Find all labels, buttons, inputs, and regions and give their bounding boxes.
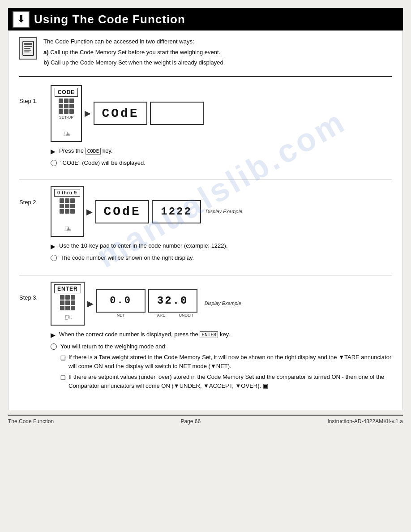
step-3-display-left-wrap: 0.0 NET xyxy=(96,289,146,318)
key-dot xyxy=(65,204,69,208)
step-3-sublabels-left: NET xyxy=(96,313,146,318)
download-icon: ⬇ xyxy=(17,13,25,25)
step-3-instr-2: You will return to the weighing mode and… xyxy=(51,342,392,351)
svg-rect-4 xyxy=(24,50,31,51)
key-dot xyxy=(65,306,70,310)
key-dot xyxy=(70,198,75,203)
key-dot xyxy=(60,306,64,310)
key-dot xyxy=(69,109,74,114)
step-3-content: ENTER ☞ ▶ xyxy=(51,282,392,397)
step-2-key-label: 0 thru 9 xyxy=(54,189,80,197)
key-dot xyxy=(60,198,64,203)
filled-square-icon: ▶ xyxy=(51,330,56,340)
step-3-label: Step 3. xyxy=(19,282,51,301)
key-dot xyxy=(60,209,64,214)
hand-cursor-icon: ☞ xyxy=(64,223,72,234)
arrow-icon: ▶ xyxy=(85,108,91,118)
step-3-instr-1: ▶ When the correct code number is displa… xyxy=(51,330,392,340)
step-1-key-sublabel: SET-UP xyxy=(59,115,74,120)
key-dot xyxy=(69,104,74,108)
net-label: NET xyxy=(117,313,125,317)
step-3-sublabels-right: TARE UNDER xyxy=(148,313,200,318)
step-2-key-grid xyxy=(60,198,75,214)
circle-icon xyxy=(51,343,57,350)
step-divider-1 xyxy=(19,180,392,180)
step-2-diagram: 0 thru 9 ☞ ▶ xyxy=(51,186,392,237)
key-dot xyxy=(59,104,63,108)
section-divider xyxy=(19,76,392,77)
step-1-content: CODE SET-UP ☞ ▶ xyxy=(51,85,392,174)
step-3-key-label: ENTER xyxy=(54,284,81,293)
step-3-sub-1: ❑ If there is a Tare weight stored in th… xyxy=(60,353,392,370)
intro-icon xyxy=(19,37,37,60)
key-dot xyxy=(65,300,70,305)
key-dot xyxy=(64,109,68,114)
key-dot xyxy=(64,99,68,103)
key-dot xyxy=(60,295,64,300)
step-1-label: Step 1. xyxy=(19,85,51,104)
header-icon-box: ⬇ xyxy=(13,11,30,28)
step-3: Step 3. ENTER xyxy=(19,282,392,397)
svg-rect-5 xyxy=(24,51,30,52)
key-dot xyxy=(65,209,69,214)
key-dot xyxy=(69,99,74,103)
step-1-key-label: CODE xyxy=(55,88,78,97)
step-3-sub-2: ❑ If there are setpoint values (under, o… xyxy=(60,373,392,390)
step-1-diagram: CODE SET-UP ☞ ▶ xyxy=(51,85,392,142)
key-dot xyxy=(60,300,64,305)
step-3-display-right: 32.0 xyxy=(148,289,197,313)
tare-label: TARE xyxy=(155,313,165,317)
step-3-diagram: ENTER ☞ ▶ xyxy=(51,282,392,326)
svg-rect-1 xyxy=(24,43,32,45)
key-dot xyxy=(70,204,75,208)
step-2-label: Step 2. xyxy=(19,186,51,206)
step-2-instructions: ▶ Use the 10-key pad to enter in the cod… xyxy=(51,241,392,262)
under-label: UNDER xyxy=(179,313,193,317)
enter-key-inline: ENTER xyxy=(200,331,218,338)
page-header: ⬇ Using The Code Function xyxy=(8,8,403,30)
arrow-icon: ▶ xyxy=(86,207,93,217)
footer-left: The Code Function xyxy=(8,418,54,425)
circle-icon xyxy=(51,160,57,166)
key-dot xyxy=(71,300,75,305)
step-divider-2 xyxy=(19,275,392,275)
step-3-key-grid xyxy=(60,295,75,310)
step-3-keybox: ENTER ☞ xyxy=(51,282,85,326)
step-2-keybox: 0 thru 9 ☞ xyxy=(51,186,84,237)
key-dot xyxy=(65,295,70,300)
step-3-instructions: ▶ When the correct code number is displa… xyxy=(51,330,392,390)
hand-cursor-icon: ☞ xyxy=(64,312,73,323)
circle-icon xyxy=(51,255,57,261)
step-3-display-left: 0.0 xyxy=(96,289,146,313)
intro-text: The Code Function can be accessed in two… xyxy=(43,37,225,69)
key-dot xyxy=(60,204,64,208)
page-footer: The Code Function Page 66 Instruction-AD… xyxy=(8,415,403,427)
intro-section: The Code Function can be accessed in two… xyxy=(19,37,392,69)
code-key-inline: CODE xyxy=(86,148,101,154)
key-dot xyxy=(65,198,69,203)
intro-item-a: a) Call up the Code Memory Set before yo… xyxy=(43,48,225,57)
hand-cursor-icon: ☞ xyxy=(63,129,71,139)
svg-rect-3 xyxy=(24,48,30,49)
step-1-keybox: CODE SET-UP ☞ xyxy=(51,85,82,142)
step-1-display-right xyxy=(150,102,204,125)
svg-rect-2 xyxy=(24,46,32,47)
main-content: The Code Function can be accessed in two… xyxy=(8,30,403,410)
filled-square-icon: ▶ xyxy=(51,147,56,156)
intro-item-b: b) Call up the Code Memory Set when the … xyxy=(43,58,225,67)
footer-center: Page 66 xyxy=(180,418,201,425)
step-3-sub-instructions: ❑ If there is a Tare weight stored in th… xyxy=(60,353,392,390)
step-2-instr-2: The code number will be shown on the rig… xyxy=(51,253,392,262)
step-2-display-example: Display Example xyxy=(206,208,242,215)
key-dot xyxy=(70,209,75,214)
step-2-display-right: 1222 xyxy=(152,200,201,223)
filled-square-icon: ▶ xyxy=(51,242,56,251)
step-3-display-right-wrap: 32.0 TARE UNDER xyxy=(148,289,200,318)
step-2-content: 0 thru 9 ☞ ▶ xyxy=(51,186,392,269)
intro-main: The Code Function can be accessed in two… xyxy=(43,37,225,46)
key-dot xyxy=(71,306,75,310)
step-1-instr-1: ▶ Press the CODE key. xyxy=(51,146,392,156)
step-2-instr-1: ▶ Use the 10-key pad to enter in the cod… xyxy=(51,241,392,251)
step-1-key-grid xyxy=(59,99,74,114)
key-dot xyxy=(64,104,68,108)
